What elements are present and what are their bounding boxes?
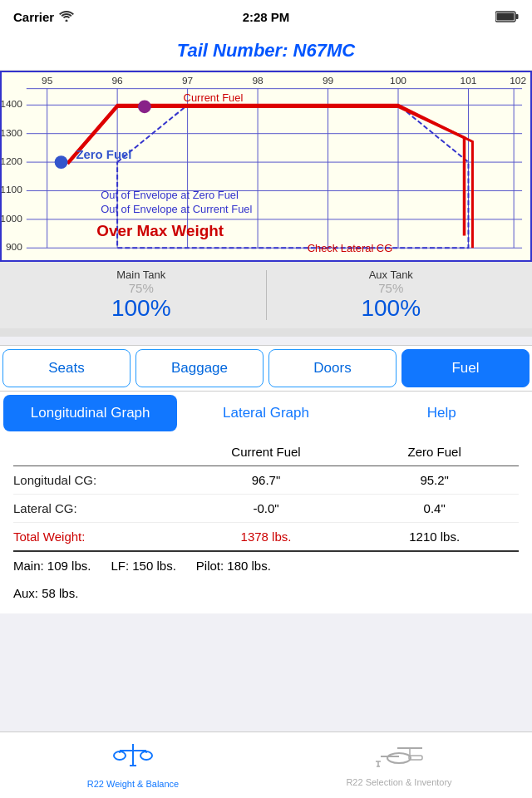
total-weight-zero: 1210 lbs.: [350, 530, 519, 544]
svg-text:1400: 1400: [2, 98, 22, 110]
battery-icon: [495, 11, 519, 22]
svg-text:1100: 1100: [2, 184, 22, 195]
svg-text:Current Fuel: Current Fuel: [184, 91, 244, 104]
fuel-row: Main Tank 75% 100% Aux Tank 75% 100%: [0, 267, 532, 323]
data-section: Current Fuel Zero Fuel Longitudal CG: 96…: [0, 435, 532, 613]
svg-text:95: 95: [42, 75, 53, 86]
row-longitudinal-cg: Longitudal CG: 96.7" 95.2": [13, 466, 519, 495]
total-weight-label: Total Weight:: [13, 530, 182, 544]
row-total-weight: Total Weight: 1378 lbs. 1210 lbs.: [13, 523, 519, 552]
title-prefix: Tail Number:: [177, 40, 293, 61]
main-tank-slider: 75%: [17, 281, 266, 295]
aux-value: 58 lbs.: [42, 586, 78, 600]
tab-baggage[interactable]: Baggage: [135, 349, 264, 387]
aux-tank-percent: 100%: [267, 295, 516, 322]
summary-row-1: Main: 109 lbs. LF: 150 lbs. Pilot: 180 l…: [13, 552, 519, 579]
svg-text:102: 102: [510, 75, 526, 86]
svg-text:1000: 1000: [2, 213, 22, 224]
lf-lbs-label: LF: 150 lbs.: [111, 559, 175, 573]
carrier-wifi: Carrier: [13, 10, 74, 24]
fuel-controls: Main Tank 75% 100% Aux Tank 75% 100%: [0, 262, 532, 328]
lf-value: 150 lbs.: [132, 559, 176, 573]
tab-row-1: Seats Baggage Doors Fuel: [0, 345, 532, 392]
tab-help[interactable]: Help: [355, 395, 529, 431]
aux-label: Aux:: [13, 586, 38, 600]
cg-graph: 1400 1300 1200 1100 1000 900 95 96 97 98…: [0, 71, 532, 262]
svg-text:Over Max Weight: Over Max Weight: [96, 222, 224, 239]
main-lbs-label: Main: 109 lbs.: [13, 559, 91, 573]
svg-rect-3: [516, 14, 519, 19]
main-label: Main:: [13, 559, 44, 573]
bottom-nav: R22 Weight & Balance R22 Selection & Inv…: [0, 732, 532, 798]
lateral-cg-label: Lateral CG:: [13, 501, 182, 515]
nav-selection-inventory-label: R22 Selection & Inventory: [346, 777, 451, 787]
status-bar: Carrier 2:28 PM: [0, 0, 532, 33]
header-empty: [13, 445, 182, 459]
svg-text:98: 98: [252, 75, 264, 86]
summary-row-2: Aux: 58 lbs.: [13, 579, 519, 607]
header-zero-fuel: Zero Fuel: [350, 445, 519, 459]
svg-rect-4: [2, 72, 530, 260]
svg-text:100: 100: [390, 75, 406, 86]
nav-selection-inventory[interactable]: R22 Selection & Inventory: [266, 732, 532, 798]
data-header-row: Current Fuel Zero Fuel: [13, 441, 519, 466]
aux-lbs-label: Aux: 58 lbs.: [13, 586, 78, 600]
lateral-cg-current: -0.0": [182, 501, 351, 515]
svg-text:Out of Envelope at Current Fue: Out of Envelope at Current Fuel: [101, 203, 252, 215]
svg-point-35: [55, 155, 68, 169]
svg-point-0: [66, 19, 68, 22]
total-weight-current: 1378 lbs.: [182, 530, 351, 544]
section-divider: [0, 328, 532, 337]
tail-number: N67MC: [293, 40, 356, 61]
svg-point-37: [138, 100, 151, 113]
svg-text:97: 97: [182, 75, 193, 86]
longitudinal-cg-zero: 95.2": [350, 473, 519, 487]
lf-label: LF:: [111, 559, 129, 573]
tab-seats[interactable]: Seats: [2, 349, 131, 387]
longitudinal-cg-current: 96.7": [182, 473, 351, 487]
svg-text:99: 99: [323, 75, 334, 86]
lateral-cg-zero: 0.4": [350, 501, 519, 515]
svg-text:1200: 1200: [2, 155, 22, 167]
tab-row-2: Longitudinal Graph Lateral Graph Help: [0, 392, 532, 435]
time-display: 2:28 PM: [243, 10, 290, 24]
wifi-icon: [59, 10, 74, 24]
nav-weight-balance-label: R22 Weight & Balance: [87, 779, 179, 789]
pilot-lbs-label: Pilot: 180 lbs.: [196, 559, 271, 573]
svg-text:1300: 1300: [2, 127, 22, 139]
pilot-label: Pilot:: [196, 559, 224, 573]
svg-text:Out of Envelope at Zero Fuel: Out of Envelope at Zero Fuel: [101, 189, 239, 201]
nav-weight-balance[interactable]: R22 Weight & Balance: [0, 732, 266, 798]
main-value: 109 lbs.: [47, 559, 91, 573]
title-bar: Tail Number: N67MC: [0, 33, 532, 71]
main-tank-col: Main Tank 75% 100%: [17, 268, 266, 322]
svg-text:101: 101: [461, 75, 477, 86]
svg-point-49: [387, 753, 411, 763]
tab-fuel[interactable]: Fuel: [401, 349, 530, 387]
svg-text:900: 900: [6, 241, 22, 253]
svg-text:96: 96: [111, 75, 123, 86]
main-tank-percent: 100%: [17, 295, 266, 322]
helicopter-icon: [374, 743, 424, 774]
longitudinal-cg-label: Longitudal CG:: [13, 473, 182, 487]
header-current-fuel: Current Fuel: [182, 445, 351, 459]
tab-lateral[interactable]: Lateral Graph: [179, 395, 352, 431]
svg-rect-2: [497, 13, 515, 21]
aux-tank-slider: 75%: [267, 281, 516, 295]
tab-doors[interactable]: Doors: [268, 349, 397, 387]
svg-text:Check Lateral CG: Check Lateral CG: [308, 242, 393, 254]
balance-icon: [113, 742, 153, 776]
row-lateral-cg: Lateral CG: -0.0" 0.4": [13, 495, 519, 523]
pilot-value: 180 lbs.: [227, 559, 271, 573]
carrier-label: Carrier: [13, 10, 54, 24]
svg-text:Zero Fuel: Zero Fuel: [76, 148, 131, 161]
tab-longitudinal[interactable]: Longitudinal Graph: [3, 395, 177, 431]
aux-tank-col: Aux Tank 75% 100%: [267, 268, 516, 322]
main-tank-label: Main Tank: [17, 268, 266, 281]
aux-tank-label: Aux Tank: [267, 268, 516, 281]
